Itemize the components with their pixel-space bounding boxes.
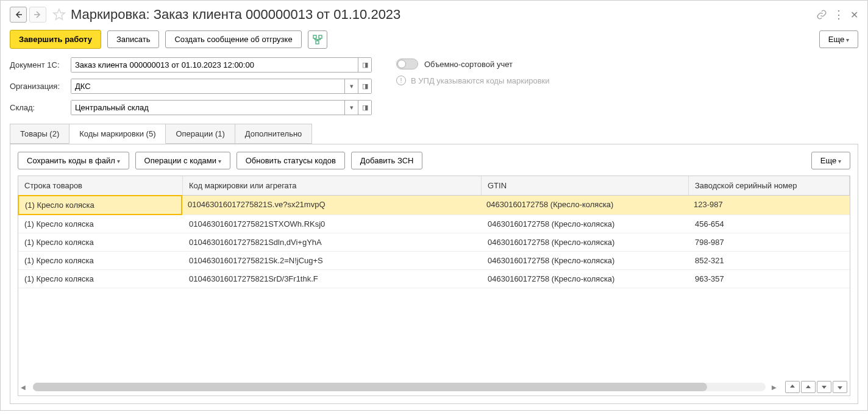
volume-toggle-row: Объемно-сортовой учет — [396, 59, 550, 69]
cell-line: (1) Кресло коляска — [18, 195, 182, 215]
cell-line: (1) Кресло коляска — [18, 215, 183, 233]
save-codes-button[interactable]: Сохранить коды в файл — [18, 152, 129, 169]
close-icon[interactable]: ✕ — [850, 9, 858, 21]
table-body: (1) Кресло коляска010463016017275821S.ve… — [18, 196, 850, 378]
link-icon[interactable] — [816, 9, 827, 20]
nav-buttons — [10, 7, 46, 23]
organization-input-group: ▾ ◨ — [71, 79, 372, 94]
cell-line: (1) Кресло коляска — [18, 270, 183, 288]
cell-serial: 123-987 — [688, 196, 850, 215]
save-button[interactable]: Записать — [107, 30, 160, 48]
table-footer: ◀ ▶ — [18, 378, 850, 395]
volume-toggle[interactable] — [396, 59, 418, 69]
tab-codes[interactable]: Коды маркировки (5) — [69, 124, 166, 144]
more-button[interactable]: Еще — [819, 30, 858, 48]
chevron-down-icon[interactable]: ▾ — [344, 101, 358, 115]
next-row-button[interactable] — [817, 381, 831, 393]
arrow-left-icon — [14, 10, 23, 19]
document-input-group: ◨ — [71, 57, 372, 73]
organization-input[interactable] — [71, 79, 344, 93]
horizontal-scrollbar[interactable] — [33, 383, 766, 391]
info-icon: ! — [396, 76, 406, 85]
open-icon[interactable]: ◨ — [358, 79, 371, 93]
organization-label: Организация: — [10, 82, 71, 91]
tab-goods[interactable]: Товары (2) — [10, 124, 69, 144]
warehouse-row: Склад: ▾ ◨ — [10, 100, 372, 115]
structure-button[interactable] — [308, 30, 327, 49]
row-nav — [785, 381, 847, 393]
open-icon[interactable]: ◨ — [358, 58, 371, 72]
cell-gtin: 04630160172758 (Кресло-коляска) — [482, 215, 689, 233]
cell-code: 010463016017275821Sk.2=N!jCug+S — [183, 252, 482, 269]
codes-table: Строка товаров Код маркировки или агрега… — [18, 176, 850, 396]
tabs: Товары (2) Коды маркировки (5) Операции … — [10, 124, 858, 144]
cell-serial: 963-357 — [689, 270, 850, 288]
cell-code: 010463016017275821STXOWh.RKsj0 — [183, 215, 482, 233]
cell-line: (1) Кресло коляска — [18, 252, 183, 269]
forward-button[interactable] — [29, 7, 46, 23]
svg-rect-2 — [316, 41, 319, 44]
upd-info-row: ! В УПД указываются коды маркировки — [396, 76, 550, 85]
open-icon[interactable]: ◨ — [358, 101, 371, 115]
header-gtin[interactable]: GTIN — [482, 176, 689, 195]
form-section: Документ 1С: ◨ Организация: ▾ ◨ Склад: — [10, 57, 858, 115]
first-row-button[interactable] — [785, 381, 800, 393]
warehouse-input-group: ▾ ◨ — [71, 100, 372, 115]
warehouse-input[interactable] — [71, 101, 344, 115]
header-serial[interactable]: Заводской серийный номер — [689, 176, 850, 195]
cell-code: 010463016017275821SrD/3Fr1thk.F — [183, 270, 482, 288]
code-operations-button[interactable]: Операции с кодами — [135, 152, 230, 169]
tab-more-button[interactable]: Еще — [811, 152, 850, 169]
kebab-icon[interactable]: ⋮ — [833, 8, 844, 21]
cell-serial: 456-654 — [689, 215, 850, 233]
cell-code: 010463016017275821S.ve?sx21mvpQ — [182, 196, 480, 215]
title-actions: ⋮ ✕ — [816, 8, 858, 21]
warehouse-label: Склад: — [10, 103, 71, 112]
prev-row-button[interactable] — [801, 381, 816, 393]
cell-gtin: 04630160172758 (Кресло-коляска) — [482, 270, 689, 288]
star-icon[interactable] — [52, 8, 66, 21]
scroll-right-icon[interactable]: ▶ — [772, 384, 778, 390]
cell-gtin: 04630160172758 (Кресло-коляска) — [482, 233, 689, 251]
scroll-left-icon[interactable]: ◀ — [21, 384, 27, 390]
table-row[interactable]: (1) Кресло коляска010463016017275821S.ve… — [18, 196, 850, 215]
svg-rect-1 — [319, 35, 322, 38]
last-row-button[interactable] — [833, 381, 847, 393]
cell-line: (1) Кресло коляска — [18, 233, 183, 251]
form-fields: Документ 1С: ◨ Организация: ▾ ◨ Склад: — [10, 57, 372, 115]
main-toolbar: Завершить работу Записать Создать сообще… — [10, 30, 858, 49]
right-info: Объемно-сортовой учет ! В УПД указываютс… — [396, 57, 550, 85]
table-row[interactable]: (1) Кресло коляска010463016017275821STXO… — [18, 215, 850, 233]
refresh-status-button[interactable]: Обновить статусы кодов — [237, 152, 345, 169]
header-line[interactable]: Строка товаров — [18, 176, 183, 195]
document-input[interactable] — [71, 58, 358, 72]
table-row[interactable]: (1) Кресло коляска010463016017275821Sk.2… — [18, 252, 850, 270]
volume-toggle-label: Объемно-сортовой учет — [424, 60, 513, 69]
arrow-right-icon — [34, 10, 42, 19]
organization-row: Организация: ▾ ◨ — [10, 79, 372, 94]
create-shipment-button[interactable]: Создать сообщение об отгрузке — [165, 30, 301, 48]
main-window: Маркировка: Заказ клиента 000000013 от 0… — [0, 0, 868, 411]
finish-work-button[interactable]: Завершить работу — [10, 30, 101, 49]
table-header: Строка товаров Код маркировки или агрега… — [18, 176, 850, 196]
cell-serial: 852-321 — [689, 252, 850, 269]
tab-operations[interactable]: Операции (1) — [165, 124, 235, 144]
add-zsn-button[interactable]: Добавить ЗСН — [351, 152, 423, 169]
cell-code: 010463016017275821Sdln,dVi+gYhA — [183, 233, 482, 251]
cell-gtin: 04630160172758 (Кресло-коляска) — [480, 196, 688, 215]
document-row: Документ 1С: ◨ — [10, 57, 372, 73]
upd-info-text: В УПД указываются коды маркировки — [411, 76, 550, 85]
cell-gtin: 04630160172758 (Кресло-коляска) — [482, 252, 689, 269]
chevron-down-icon[interactable]: ▾ — [344, 79, 358, 93]
structure-icon — [313, 35, 322, 44]
table-row[interactable]: (1) Кресло коляска010463016017275821SrD/… — [18, 270, 850, 288]
titlebar: Маркировка: Заказ клиента 000000013 от 0… — [10, 7, 858, 23]
cell-serial: 798-987 — [689, 233, 850, 251]
document-label: Документ 1С: — [10, 60, 71, 69]
table-row[interactable]: (1) Кресло коляска010463016017275821Sdln… — [18, 233, 850, 252]
tab-toolbar: Сохранить коды в файл Операции с кодами … — [18, 152, 850, 169]
tab-additional[interactable]: Дополнительно — [235, 124, 313, 144]
page-title: Маркировка: Заказ клиента 000000013 от 0… — [71, 7, 816, 23]
header-code[interactable]: Код маркировки или агрегата — [183, 176, 482, 195]
back-button[interactable] — [10, 7, 27, 23]
